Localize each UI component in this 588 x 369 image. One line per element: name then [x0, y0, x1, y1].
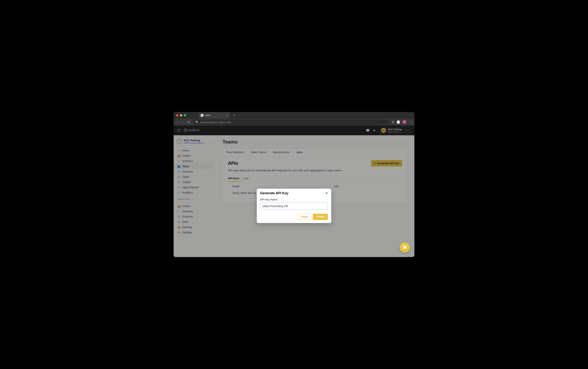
maximize-window-icon[interactable] — [184, 114, 186, 117]
generate-api-key-modal: Generate API Key ✕ API Key Name Close Cr… — [257, 189, 331, 223]
browser-tab[interactable]: N Nabis ✕ — [198, 112, 230, 119]
url-bar: ← → ⟳ 🔍 Search Neeva or type a URL ✦ ◧ ⋮ — [174, 119, 414, 126]
modal-footer: Close Create — [257, 212, 331, 223]
forward-button[interactable]: → — [182, 120, 185, 124]
browser-tab-bar: N Nabis ✕ + — [198, 112, 235, 119]
new-tab-button[interactable]: + — [233, 113, 235, 117]
close-tab-icon[interactable]: ✕ — [226, 114, 228, 117]
title-bar: N Nabis ✕ + ⌄ — [174, 112, 414, 119]
side-panel-icon[interactable]: ◧ — [397, 120, 400, 124]
create-button[interactable]: Create — [313, 214, 328, 220]
reload-button[interactable]: ⟳ — [188, 120, 190, 124]
browser-window: N Nabis ✕ + ⌄ ← → ⟳ 🔍 Search Neeva or ty… — [174, 112, 414, 257]
tab-list-icon[interactable]: ⌄ — [410, 114, 412, 117]
address-placeholder: Search Neeva or type a URL — [200, 121, 231, 124]
modal-close-icon[interactable]: ✕ — [325, 191, 328, 195]
browser-menu-icon[interactable]: ⋮ — [409, 120, 412, 124]
intercom-fab[interactable] — [400, 242, 410, 252]
extensions-icon[interactable]: ✦ — [392, 120, 394, 124]
api-key-name-label: API Key Name — [260, 198, 277, 201]
app-frame: NABIS 💬 ⊕ NA SLC Testing Nabis Admin ⌄ S… — [174, 126, 414, 257]
traffic-lights — [176, 114, 186, 117]
modal-title: Generate API Key — [260, 191, 288, 195]
minimize-window-icon[interactable] — [180, 114, 182, 117]
favicon-icon: N — [201, 114, 203, 117]
api-key-name-input[interactable] — [260, 203, 328, 209]
close-window-icon[interactable] — [176, 114, 178, 117]
modal-body: API Key Name — [257, 197, 331, 212]
chat-bubble-icon — [402, 245, 407, 250]
modal-header: Generate API Key ✕ — [257, 189, 331, 197]
search-icon: 🔍 — [195, 121, 199, 124]
back-button[interactable]: ← — [176, 120, 179, 124]
profile-avatar-icon[interactable] — [402, 120, 406, 124]
close-button[interactable]: Close — [297, 214, 311, 220]
address-bar[interactable]: 🔍 Search Neeva or type a URL — [193, 120, 389, 125]
tab-title: Nabis — [205, 114, 211, 117]
